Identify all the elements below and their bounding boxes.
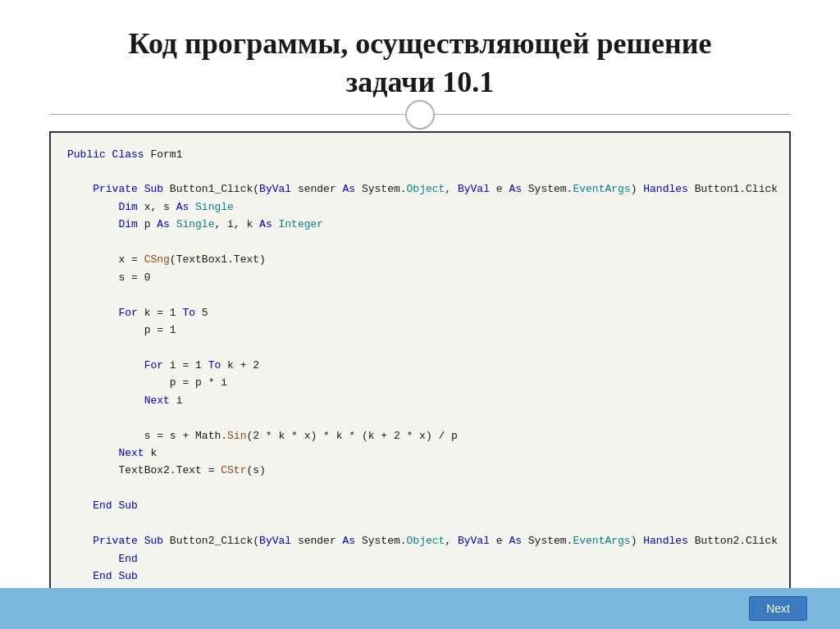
code-line: Next i: [67, 392, 773, 409]
bottom-bar: Next: [0, 588, 840, 629]
code-line: For k = 1 To 5: [67, 304, 773, 321]
next-button[interactable]: Next: [749, 596, 807, 621]
code-line: Private Sub Button2_Click(ByVal sender A…: [67, 532, 773, 549]
code-line: Next k: [67, 444, 773, 462]
code-line: Private Sub Button1_Click(ByVal sender A…: [67, 180, 773, 198]
code-line: For i = 1 To k + 2: [67, 357, 773, 374]
code-line: TextBox2.Text = CStr(s): [67, 462, 773, 479]
slide-container: Код программы, осуществляющей решение за…: [0, 0, 840, 629]
code-line: Dim x, s As Single: [67, 198, 773, 216]
code-box: Public Class Form1 Private Sub Button1_C…: [49, 131, 791, 618]
code-line: s = s + Math.Sin(2 * k * x) * k * (k + 2…: [67, 427, 773, 444]
code-line: [67, 163, 773, 180]
code-line: x = CSng(TextBox1.Text): [67, 251, 773, 268]
title-line1: Код программы, осуществляющей решение: [129, 27, 712, 60]
circle-decoration: [405, 100, 435, 130]
slide-title: Код программы, осуществляющей решение за…: [49, 25, 791, 102]
title-line2: задачи 10.1: [346, 66, 494, 98]
code-line: p = 1: [67, 321, 773, 339]
title-area: Код программы, осуществляющей решение за…: [0, 0, 840, 114]
divider-wrapper: [49, 114, 791, 115]
code-line: [67, 515, 773, 532]
content-area: Public Class Form1 Private Sub Button1_C…: [0, 123, 840, 629]
code-line: [67, 409, 773, 426]
code-line: End: [67, 550, 773, 567]
code-line: p = p * i: [67, 374, 773, 391]
code-line: [67, 480, 773, 497]
code-line: [67, 234, 773, 251]
code-line: [67, 339, 773, 356]
code-line: [67, 286, 773, 303]
code-line: Public Class Form1: [67, 146, 773, 163]
code-line: Dim p As Single, i, k As Integer: [67, 216, 773, 233]
code-line: End Sub: [67, 567, 773, 585]
code-line: End Sub: [67, 497, 773, 514]
code-line: s = 0: [67, 269, 773, 286]
